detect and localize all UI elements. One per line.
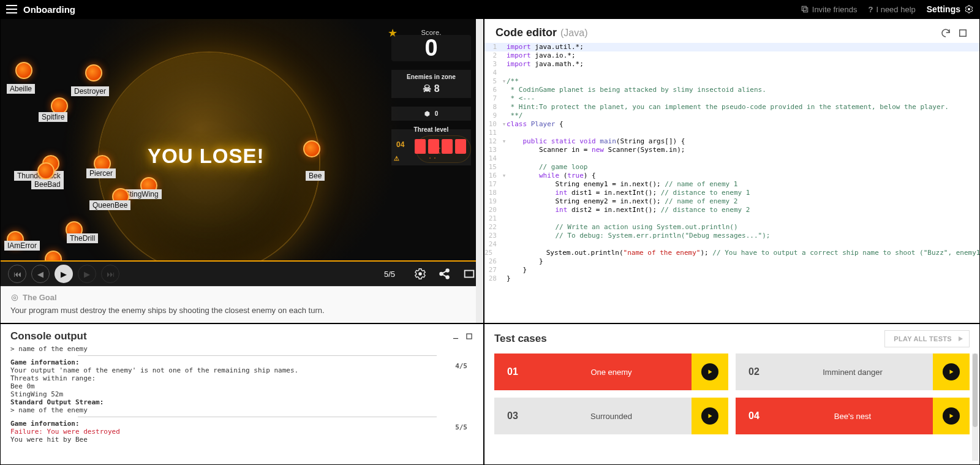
code-line[interactable]: 1import java.util.*; (484, 43, 979, 51)
fast-fwd-button[interactable]: ⏭ (101, 265, 119, 283)
tests-scrollbar[interactable] (972, 353, 978, 461)
enemy-label: Abeille (7, 84, 35, 94)
maximize-icon[interactable] (957, 28, 968, 39)
enemy-label: IAmError (4, 241, 40, 251)
code-line[interactable]: 16▾ while (true) { (484, 172, 979, 180)
threat-block: Enemies killed Threat level 04 ⚠ (391, 129, 471, 165)
svg-point-3 (418, 272, 422, 276)
enemy-label: Bee (306, 171, 325, 181)
console-body[interactable]: > name of the enemy 4/5 Game information… (10, 345, 473, 458)
turn-badge: 4/5 (455, 362, 467, 370)
goal-panel: The Goal Your program must destroy the e… (1, 286, 483, 323)
run-test-button[interactable] (933, 398, 970, 434)
menu-icon[interactable] (6, 5, 17, 13)
test-number: 01 (494, 353, 531, 390)
code-line[interactable]: 6 * CodinGame planet is being attacked b… (484, 86, 979, 94)
code-line[interactable]: 27 } (484, 266, 979, 274)
svg-marker-17 (950, 370, 954, 374)
svg-rect-1 (803, 8, 807, 12)
you-lose-banner: YOU LOSE! (148, 145, 265, 168)
code-line[interactable]: 12▾ public static void main(String args[… (484, 137, 979, 146)
settings-link[interactable]: Settings (927, 4, 960, 14)
svg-line-8 (442, 274, 446, 277)
enemies-in-zone-block: Enemies in zone ☠ 8 (391, 70, 471, 98)
svg-marker-16 (709, 370, 712, 374)
game-viewer: YOU LOSE! ★ Score. 0 Enemies in zone ☠ 8… (0, 18, 484, 323)
run-test-button[interactable] (692, 353, 728, 390)
enemy-dot (37, 162, 55, 180)
test-number: 02 (736, 353, 772, 390)
run-test-button[interactable] (933, 353, 970, 390)
svg-point-2 (968, 8, 970, 10)
code-line[interactable]: 2import java.io.*; (484, 51, 979, 60)
code-line[interactable]: 13 Scanner in = new Scanner(System.in); (484, 146, 979, 154)
viewer-scrollbar[interactable] (476, 19, 483, 323)
test-case[interactable]: 03Surrounded (494, 398, 728, 434)
code-line[interactable]: 10▾class Player { (484, 120, 979, 129)
minimize-icon[interactable] (451, 332, 460, 341)
code-editor-panel: Code editor (Java) 1import java.util.*;2… (484, 18, 980, 323)
code-line[interactable]: 18 int dist1 = in.nextInt(); // distance… (484, 189, 979, 197)
enemy-dot (15, 62, 32, 79)
code-line[interactable]: 17 String enemy1 = in.next(); // name of… (484, 180, 979, 189)
code-line[interactable]: 9 **/ (484, 112, 979, 120)
test-label: Bee's nest (772, 398, 933, 434)
invite-friends-link[interactable]: Invite friends (801, 5, 858, 14)
tests-title: Test cases (494, 333, 547, 345)
code-line[interactable]: 3import java.math.*; (484, 60, 979, 69)
enemy-dot (45, 251, 62, 262)
code-line[interactable]: 20 int dist2 = in.nextInt(); // distance… (484, 206, 979, 214)
player-controls: ⏮ ◀ ▶ ▶ ⏭ 5/5 (1, 262, 483, 286)
skull-icon: ☠ (423, 83, 431, 94)
step-back-button[interactable]: ◀ (31, 265, 50, 283)
code-line[interactable]: 5▾/** (484, 77, 979, 86)
code-line[interactable]: 19 String enemy2 = in.next(); // name of… (484, 197, 979, 206)
code-line[interactable]: 4 (484, 69, 979, 77)
code-line[interactable]: 25 System.out.println("name of the enemy… (484, 249, 979, 257)
score-label: Score. (391, 29, 471, 36)
test-case[interactable]: 04Bee's nest (736, 398, 970, 434)
target-icon (10, 293, 19, 302)
step-fwd-button[interactable]: ▶ (78, 265, 96, 283)
goal-heading: The Goal (10, 293, 473, 302)
share-icon[interactable] (438, 267, 451, 281)
reset-icon[interactable] (940, 28, 951, 39)
enemy-label: Piercer (86, 168, 116, 178)
console-title: Console output (10, 330, 87, 342)
gear-icon[interactable] (964, 4, 974, 14)
code-line[interactable]: 22 // Write an action using System.out.p… (484, 223, 979, 232)
test-number: 03 (494, 398, 531, 434)
test-case[interactable]: 01One enemy (494, 353, 728, 390)
code-line[interactable]: 11 (484, 129, 979, 137)
code-line[interactable]: 28} (484, 274, 979, 283)
code-line[interactable]: 7 * <--- (484, 94, 979, 103)
code-area[interactable]: 1import java.util.*;2import java.io.*;3i… (484, 42, 979, 323)
viewer-settings-icon[interactable] (413, 267, 427, 281)
game-canvas: YOU LOSE! ★ Score. 0 Enemies in zone ☠ 8… (1, 19, 483, 262)
svg-point-10 (12, 295, 17, 300)
tests-panel: Test cases PLAY ALL TESTS 01One enemy02I… (484, 323, 980, 465)
code-line[interactable]: 14 (484, 154, 979, 163)
help-link[interactable]: ? I need help (868, 5, 915, 14)
test-case[interactable]: 02Imminent danger (736, 353, 970, 390)
run-test-button[interactable] (692, 398, 728, 434)
play-icon (957, 335, 964, 342)
test-label: Imminent danger (772, 353, 933, 390)
code-line[interactable]: 15 // game loop (484, 163, 979, 172)
frame-counter: 5/5 (384, 270, 395, 279)
code-line[interactable]: 8 * Hint:To protect the planet, you can … (484, 103, 979, 112)
code-line[interactable]: 24 (484, 240, 979, 249)
rewind-button[interactable]: ⏮ (8, 265, 26, 283)
svg-rect-0 (802, 6, 806, 10)
code-line[interactable]: 21 (484, 214, 979, 223)
fullscreen-icon[interactable] (462, 267, 476, 281)
enemy-dot (85, 64, 102, 81)
threat-bars (415, 139, 466, 154)
play-button[interactable]: ▶ (55, 265, 73, 283)
play-all-tests-button[interactable]: PLAY ALL TESTS (884, 330, 970, 347)
code-line[interactable]: 26 } (484, 257, 979, 266)
maximize-console-icon[interactable] (465, 332, 473, 341)
question-icon: ? (868, 5, 873, 14)
hud-panel: Score. 0 Enemies in zone ☠ 8 ⬢0 Enemies … (391, 25, 471, 165)
code-line[interactable]: 23 // To debug: System.err.println("Debu… (484, 232, 979, 240)
